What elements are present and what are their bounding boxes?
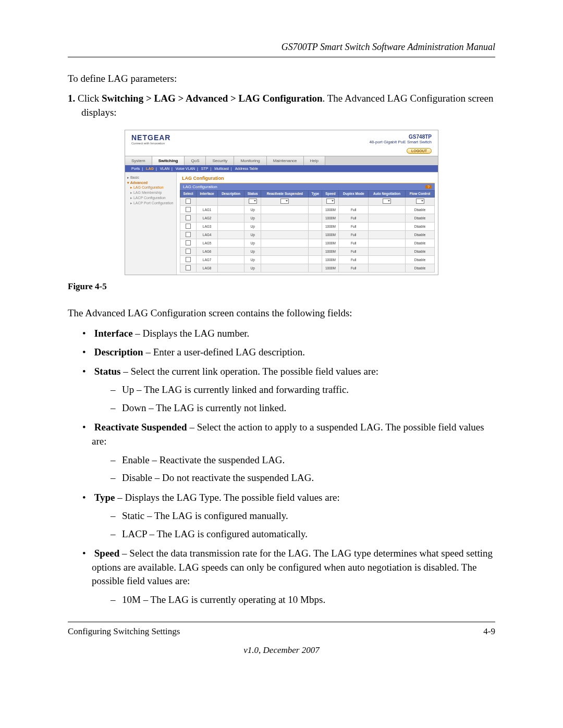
col-auto-neg: Auto Negotiation [369,191,406,198]
field-desc: – Displays the LAG Type. The possible fi… [115,492,340,503]
status-down: Down – The LAG is currently not linked. [111,401,495,416]
field-name: Reactivate Suspended [94,422,187,433]
nav-path: Switching > LAG > Advanced > LAG Configu… [102,93,323,104]
footer-section: Configuring Switching Settings [68,626,180,637]
sidebar-item-lag-config[interactable]: ▸ LAG Configuration [130,185,174,190]
logout-button[interactable]: LOGOUT [407,148,432,154]
field-speed: Speed – Select the data transmission rat… [82,547,495,607]
sidebar-advanced[interactable]: ▾ Advanced [127,181,174,185]
step-1: 1. Click Switching > LAG > Advanced > LA… [68,92,495,119]
field-name: Status [94,366,121,377]
cell-interface: LAG4 [197,230,218,239]
tab-security[interactable]: Security [206,156,234,165]
table-row: LAG7Up1000MFullDisable [180,255,435,264]
footer-version: v1.0, December 2007 [68,645,495,656]
running-header: GS700TP Smart Switch Software Administra… [68,42,495,57]
cell-flow: Disable [406,239,435,247]
table-row: LAG2Up1000MFullDisable [180,214,435,222]
row-checkbox[interactable] [186,257,191,262]
col-duplex: Duplex Mode [339,191,369,198]
table-input-row [180,197,435,205]
brand-tagline: Connect with Innovation [131,142,170,145]
cell-flow: Disable [406,264,435,272]
field-desc: – Select the current link operation. The… [120,366,378,377]
cell-duplex: Full [339,222,369,230]
cell-status: Up [244,247,261,255]
select-all-checkbox[interactable] [186,199,191,204]
row-checkbox[interactable] [186,232,191,237]
table-row: LAG5Up1000MFullDisable [180,239,435,247]
cell-speed: 1000M [322,205,339,214]
fields-intro: The Advanced LAG Configuration screen co… [68,306,495,320]
cell-status: Up [244,214,261,222]
field-desc: – Enter a user-defined LAG description. [143,347,305,357]
sidebar-item-lacp-port-config[interactable]: ▸ LACP Port Configuration [130,201,174,206]
cell-status: Up [244,255,261,264]
model-number: GS748TP [369,134,432,140]
screenshot-figure: NETGEAR Connect with Innovation GS748TP … [125,130,438,275]
step-number: 1. [68,93,75,104]
subtab-address-table[interactable]: Address Table [235,167,258,170]
sidebar-basic[interactable]: ▸ Basic [127,176,174,180]
tab-qos[interactable]: QoS [185,156,206,165]
row-checkbox[interactable] [186,249,191,254]
auto-neg-select[interactable] [383,199,391,204]
tab-help[interactable]: Help [304,156,325,165]
model-desc: 48-port Gigabit PoE Smart Switch [369,140,432,144]
cell-flow: Disable [406,230,435,239]
tab-system[interactable]: System [125,156,152,165]
cell-duplex: Full [339,205,369,214]
field-interface: Interface – Displays the LAG number. [82,327,495,341]
help-icon[interactable]: ? [425,185,432,189]
cell-interface: LAG3 [197,222,218,230]
lag-table: Select Interface Description Status Reac… [180,190,435,273]
intro-text: To define LAG parameters: [68,73,495,84]
field-name: Interface [94,328,133,339]
subtab-voice-vlan[interactable]: Voice VLAN [176,167,195,170]
type-lacp: LACP – The LAG is configured automatical… [111,527,495,542]
col-interface: Interface [197,191,218,198]
sidebar-item-lacp-config[interactable]: ▸ LACP Configuration [130,195,174,201]
row-checkbox[interactable] [186,207,191,212]
cell-interface: LAG2 [197,214,218,222]
table-row: LAG1Up1000MFullDisable [180,205,435,214]
cell-status: Up [244,222,261,230]
cell-status: Up [244,205,261,214]
cell-flow: Disable [406,214,435,222]
row-checkbox[interactable] [186,224,191,229]
cell-speed: 1000M [322,214,339,222]
cell-duplex: Full [339,239,369,247]
field-reactivate: Reactivate Suspended – Select the action… [82,421,495,485]
cell-flow: Disable [406,222,435,230]
tab-switching[interactable]: Switching [152,156,185,165]
status-select[interactable] [249,199,257,204]
subtab-stp[interactable]: STP [201,167,209,170]
flow-select[interactable] [416,199,424,204]
subtab-lag[interactable]: LAG [146,167,154,170]
inner-title: LAG Configuration [183,184,217,189]
col-speed: Speed [322,191,339,198]
cell-speed: 1000M [322,264,339,272]
table-row: LAG3Up1000MFullDisable [180,222,435,230]
figure-caption: Figure 4-5 [68,281,495,292]
speed-select[interactable] [326,199,335,204]
subtab-ports[interactable]: Ports [131,167,140,170]
cell-interface: LAG6 [197,247,218,255]
brand-logo: NETGEAR [131,133,170,142]
tab-maintenance[interactable]: Maintenance [267,156,304,165]
cell-speed: 1000M [322,230,339,239]
col-status: Status [244,191,261,198]
cell-status: Up [244,264,261,272]
row-checkbox[interactable] [186,240,191,245]
reactivate-disable: Disable – Do not reactivate the suspende… [111,471,495,486]
subtab-vlan[interactable]: VLAN [160,167,169,170]
cell-interface: LAG5 [197,239,218,247]
cell-flow: Disable [406,205,435,214]
tab-monitoring[interactable]: Monitoring [234,156,266,165]
sidebar-item-lag-membership[interactable]: ▸ LAG Membership [130,190,174,195]
subtab-multicast[interactable]: Multicast [214,167,229,170]
row-checkbox[interactable] [186,265,191,270]
row-checkbox[interactable] [186,215,191,220]
reactivate-select[interactable] [280,199,289,204]
cell-interface: LAG8 [197,264,218,272]
